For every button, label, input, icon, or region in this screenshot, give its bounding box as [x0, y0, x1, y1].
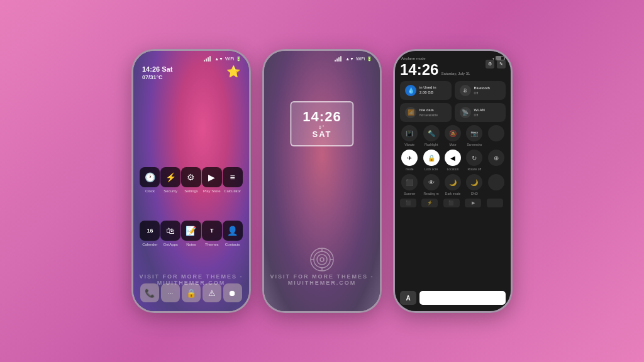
app-calendar[interactable]: 16 Calender — [140, 221, 160, 246]
mobile-data-tile[interactable]: 📶 bile data Not available — [400, 103, 452, 122]
toggle-empty2 — [487, 174, 506, 195]
data-title: in Used in — [419, 85, 436, 90]
dock-messages[interactable]: ··· — [161, 283, 180, 302]
p3-row-2: 📶 bile data Not available 📡 WLAN Off — [400, 103, 506, 122]
mini-btn-3[interactable]: ⬛ — [443, 199, 460, 207]
mobile-data-label: bile data — [419, 108, 438, 113]
p1-time: 14:26 Sat 07/31°C — [142, 65, 172, 82]
p3-top-icons: ⚙ ✎ — [486, 60, 506, 69]
p3-row-1: 💧 in Used in 2.06 GB Ƀ Bluetooth Off — [400, 81, 506, 100]
app-getapps[interactable]: 🛍 GetApps — [160, 221, 180, 246]
p3-toggles-1: 📳 Vibrate 🔦 Flashlight 🔕 Mute 📷 Screensh… — [400, 125, 506, 146]
toggle-vibrate[interactable]: 📳 Vibrate — [400, 125, 419, 146]
dock-record[interactable]: ⏺ — [223, 283, 242, 302]
mobile-data-icon: 📶 — [405, 107, 416, 118]
edit-icon[interactable]: ✎ — [497, 60, 506, 69]
phone-2: ▲▼ WiFi 🔋 14:26 0° SAT VISIT F — [262, 49, 382, 313]
p3-bottom-bar: A — [400, 291, 506, 305]
svg-point-3 — [320, 258, 324, 261]
p3-time: 14:26 — [400, 61, 438, 79]
data-icon: 💧 — [405, 85, 416, 96]
p3-toggles-3: ⬛ Scanner 👁 Reading m 🌙 Dark mode 🌙 DND — [400, 174, 506, 195]
toggle-reading[interactable]: 👁 Reading m — [421, 174, 440, 195]
data-tile[interactable]: 💧 in Used in 2.06 GB — [400, 81, 452, 100]
bluetooth-sub: Off — [474, 91, 490, 95]
toggle-scanner[interactable]: ⬛ Scanner — [400, 174, 419, 195]
wlan-icon: 📡 — [460, 107, 471, 118]
app-security[interactable]: ⚡ Security — [160, 167, 180, 193]
app-row-1: 🕐 Clock ⚡ Security ⚙ Settings ▶ Play Sto… — [133, 167, 249, 193]
mini-btn-1[interactable]: ⬛ — [400, 199, 416, 207]
p2-clock-widget: 14:26 0° SAT — [290, 101, 353, 146]
toggle-airplane[interactable]: ✈ mode — [400, 150, 419, 171]
toggle-location[interactable]: ◀ Location — [443, 150, 462, 171]
keyboard-letter[interactable]: A — [400, 291, 416, 305]
wlan-tile[interactable]: 📡 WLAN Off — [455, 103, 506, 122]
data-value: 2.06 GB — [419, 90, 436, 96]
mini-btn-5[interactable] — [487, 199, 503, 207]
app-themes[interactable]: T Themes — [202, 221, 222, 246]
app-row-2: 16 Calender 🛍 GetApps 📝 Notes T Themes 👤… — [133, 221, 249, 246]
svg-point-1 — [314, 251, 330, 268]
toggle-flashlight[interactable]: 🔦 Flashlight — [421, 125, 440, 146]
dock-phone[interactable]: 📞 — [140, 283, 159, 302]
bluetooth-icon: Ƀ — [460, 85, 471, 96]
p2-day: SAT — [303, 129, 341, 139]
toggle-darkmode[interactable]: 🌙 Dark mode — [443, 174, 462, 195]
app-calculator[interactable]: ≡ Calculator — [223, 167, 243, 193]
toggle-dnd[interactable]: 🌙 DND — [465, 174, 484, 195]
p3-date: Saturday, July 31 — [441, 72, 470, 75]
watermark: VISIT FOR MORE THEMES - MIUITHEMER.COM — [133, 273, 249, 286]
app-contacts[interactable]: 👤 Contacts — [223, 221, 243, 246]
toggle-rotate[interactable]: ↻ Rotate off — [465, 150, 484, 171]
wlan-sub: Off — [474, 113, 485, 117]
status-bar-1: ▲▼ WiFi 🔋 — [133, 56, 249, 62]
app-playstore[interactable]: ▶ Play Store — [202, 167, 222, 193]
p3-status-bar: Airplane mode + — [395, 56, 511, 60]
toggle-lockscreen[interactable]: 🔒 Lock scre — [421, 150, 440, 171]
p3-controls-grid: 💧 in Used in 2.06 GB Ƀ Bluetooth Off — [400, 81, 506, 211]
app-notes[interactable]: 📝 Notes — [181, 221, 201, 246]
phone-1: ▲▼ WiFi 🔋 14:26 Sat 07/31°C ⭐ 🕐 Clock ⚡ … — [131, 49, 251, 313]
dock-lock[interactable]: 🔒 — [182, 283, 201, 302]
bluetooth-tile[interactable]: Ƀ Bluetooth Off — [455, 81, 506, 100]
p1-weather-icon: ⭐ — [226, 65, 240, 79]
toggle-empty1 — [487, 125, 506, 146]
dock: 📞 ··· 🔒 ⚠ ⏺ — [133, 283, 249, 302]
toggle-screenshot[interactable]: 📷 Screensho — [465, 125, 484, 146]
status-bar-2: ▲▼ WiFi 🔋 — [264, 56, 380, 62]
svg-point-2 — [317, 255, 327, 265]
phone-3: Airplane mode + 14:26 Saturday, July 31 … — [393, 49, 513, 313]
p2-degree: 0° — [303, 125, 341, 129]
mobile-data-sub: Not available — [419, 113, 438, 117]
dock-alert[interactable]: ⚠ — [203, 283, 221, 302]
fingerprint-icon — [309, 247, 335, 277]
p3-mini-toggles: ⬛ ⚡ ⬛ ▶ — [400, 199, 506, 207]
wlan-label: WLAN — [474, 108, 485, 113]
text-input-field[interactable] — [419, 291, 506, 305]
p3-time-area: 14:26 Saturday, July 31 — [400, 61, 470, 79]
bluetooth-label: Bluetooth — [474, 86, 490, 91]
toggle-mute[interactable]: 🔕 Mute — [443, 125, 462, 146]
p2-time: 14:26 — [303, 109, 341, 125]
settings-icon[interactable]: ⚙ — [486, 60, 494, 69]
watermark-2: VISIT FOR MORE THEMES - MIUITHEMER.COM — [264, 273, 380, 286]
app-clock[interactable]: 🕐 Clock — [140, 167, 160, 193]
mini-btn-4[interactable]: ▶ — [465, 199, 481, 207]
toggle-extra[interactable]: ⊕ — [487, 150, 506, 171]
mini-btn-2[interactable]: ⚡ — [421, 199, 438, 207]
app-settings[interactable]: ⚙ Settings — [181, 167, 201, 193]
p3-toggles-2: ✈ mode 🔒 Lock scre ◀ Location ↻ Rotate o… — [400, 150, 506, 171]
